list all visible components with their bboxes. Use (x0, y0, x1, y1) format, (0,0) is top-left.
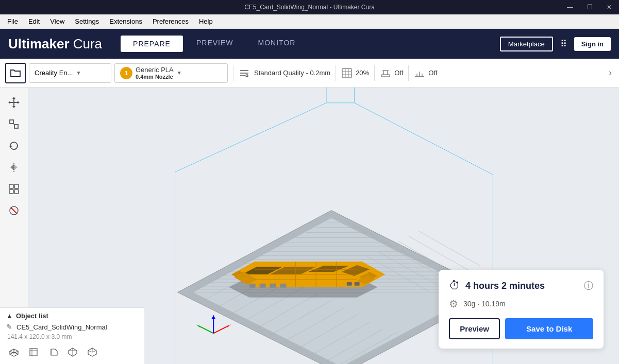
support-section[interactable]: Off (380, 67, 403, 79)
signin-button[interactable]: Sign in (574, 37, 611, 51)
object-dimensions: 141.4 x 120.0 x 3.0 mm (7, 333, 138, 340)
marketplace-button[interactable]: Marketplace (500, 37, 553, 51)
nav-tabs: PREPARE PREVIEW MONITOR (121, 36, 307, 52)
toolbar-separator (233, 65, 233, 81)
support-icon (380, 67, 391, 79)
cube-side-icon (48, 347, 58, 357)
support-value: Off (394, 69, 403, 77)
object-front-view-tool[interactable] (26, 344, 41, 360)
menu-settings[interactable]: Settings (70, 16, 104, 26)
rotate-icon (8, 140, 20, 151)
support-blocker-icon (8, 205, 20, 216)
svg-rect-33 (14, 189, 19, 194)
tab-monitor[interactable]: MONITOR (247, 36, 307, 52)
menu-edit[interactable]: Edit (23, 16, 45, 26)
svg-line-133 (92, 351, 96, 352)
info-icon[interactable]: ⓘ (584, 280, 593, 292)
mirror-tool[interactable] (4, 158, 24, 177)
quality-section[interactable]: Standard Quality - 0.2mm (239, 67, 330, 79)
svg-line-36 (175, 103, 326, 172)
object-iso-view-tool[interactable] (85, 344, 100, 360)
object-perspective-tool[interactable] (6, 344, 22, 360)
printer-chevron-icon: ▼ (76, 70, 81, 76)
cube-perspective-icon (9, 347, 19, 357)
object-list-toggle[interactable]: ▲ Object list (6, 312, 138, 320)
adhesion-value: Off (428, 69, 437, 77)
object-side-view-tool[interactable] (45, 344, 61, 360)
menu-extensions[interactable]: Extensions (104, 16, 147, 26)
printer-dropdown[interactable]: Creality En... ▼ (29, 63, 111, 83)
svg-marker-116 (10, 352, 18, 356)
material-dropdown[interactable]: 1 Generic PLA 0.4mm Nozzle ▼ (114, 63, 228, 83)
tab-prepare[interactable]: PREPARE (121, 36, 183, 52)
svg-line-110 (213, 325, 229, 333)
material-usage-text: 30g · 10.19m (463, 300, 506, 308)
svg-marker-28 (10, 164, 14, 170)
adhesion-section[interactable]: Off (414, 67, 437, 79)
svg-marker-26 (9, 146, 12, 148)
titlebar-title: CE5_Card_SolidWing_Normal - Ultimaker Cu… (244, 4, 375, 11)
rotate-tool[interactable] (4, 136, 24, 155)
object-list-label: Object list (16, 312, 48, 320)
header: Ultimaker Cura PREPARE PREVIEW MONITOR M… (0, 29, 619, 59)
menu-preferences[interactable]: Preferences (147, 16, 194, 26)
bottom-panel: ▲ Object list ✎ CE5_Card_SolidWing_Norma… (0, 307, 144, 364)
support-tool[interactable] (4, 201, 24, 220)
scale-tool[interactable] (4, 114, 24, 134)
logo-bold: Ultimaker (8, 36, 70, 51)
spool-icon: ⚙ (449, 298, 458, 310)
apps-grid-icon[interactable]: ⠿ (558, 36, 569, 51)
cube-iso-icon (87, 347, 97, 357)
quality-icon (239, 67, 250, 79)
svg-rect-4 (342, 68, 352, 78)
menu-help[interactable]: Help (194, 16, 218, 26)
save-to-disk-button[interactable]: Save to Disk (505, 318, 593, 339)
svg-marker-115 (211, 316, 215, 319)
scale-icon (8, 118, 20, 130)
svg-rect-105 (260, 284, 266, 288)
minimize-button[interactable]: — (560, 0, 580, 14)
svg-rect-31 (14, 184, 19, 188)
preview-button[interactable]: Preview (449, 318, 500, 339)
svg-rect-30 (9, 184, 13, 188)
per-model-icon (8, 183, 20, 195)
svg-rect-104 (249, 284, 256, 288)
svg-rect-106 (270, 284, 276, 288)
toolbar-expand-button[interactable]: › (607, 65, 614, 80)
restore-button[interactable]: ❐ (580, 0, 599, 14)
menu-file[interactable]: File (2, 16, 23, 26)
nozzle-badge: 1 (120, 67, 132, 79)
print-time-text: 4 hours 2 minutes (465, 281, 545, 291)
titlebar-controls: — ❐ ✕ (560, 0, 619, 14)
edit-icon[interactable]: ✎ (6, 323, 12, 331)
close-button[interactable]: ✕ (599, 0, 619, 14)
folder-icon (10, 68, 21, 78)
svg-rect-9 (381, 75, 390, 77)
open-folder-button[interactable] (5, 63, 26, 83)
svg-line-35 (11, 207, 17, 214)
object-top-view-tool[interactable] (65, 344, 80, 360)
object-list-item: ✎ CE5_Card_SolidWing_Normal (6, 323, 138, 331)
material-usage-row: ⚙ 30g · 10.19m (449, 298, 593, 310)
print-time-row: ⏱ 4 hours 2 minutes ⓘ (449, 279, 593, 292)
infill-section[interactable]: 20% (341, 67, 369, 79)
toolbar: Creality En... ▼ 1 Generic PLA 0.4mm Noz… (0, 59, 619, 88)
svg-rect-107 (280, 284, 286, 288)
cube-front-icon (28, 347, 39, 357)
svg-rect-23 (10, 120, 13, 124)
move-tool[interactable] (4, 93, 24, 112)
svg-marker-19 (12, 97, 15, 99)
svg-rect-121 (30, 349, 37, 356)
svg-rect-32 (9, 189, 13, 194)
nozzle-size: 0.4mm Nozzle (136, 74, 174, 80)
svg-rect-108 (347, 282, 352, 286)
menu-view[interactable]: View (45, 16, 70, 26)
print-time-left: ⏱ 4 hours 2 minutes (449, 279, 545, 292)
mirror-icon (8, 162, 20, 173)
per-model-settings-tool[interactable] (4, 179, 24, 199)
svg-line-25 (13, 124, 14, 125)
tab-preview[interactable]: PREVIEW (185, 36, 245, 52)
chevron-up-icon: ▲ (6, 312, 13, 320)
svg-line-39 (355, 103, 493, 175)
svg-marker-29 (14, 164, 18, 170)
